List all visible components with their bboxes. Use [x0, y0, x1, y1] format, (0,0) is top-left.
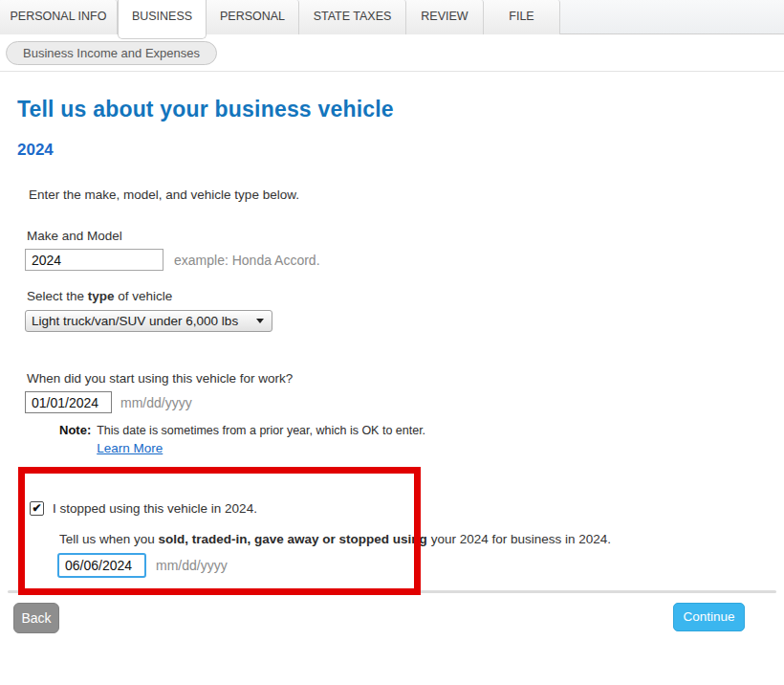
stopped-using-label: I stopped using this vehicle in 2024. — [53, 501, 257, 516]
footer-divider — [8, 590, 776, 593]
tab-personal-info[interactable]: PERSONAL INFO — [0, 0, 118, 34]
tax-year-heading: 2024 — [17, 141, 767, 160]
tab-business[interactable]: BUSINESS — [118, 0, 207, 39]
stopped-date-format-hint: mm/dd/yyyy — [156, 558, 228, 573]
main-content: Tell us about your business vehicle 2024… — [0, 97, 784, 633]
start-date-input[interactable] — [25, 391, 112, 413]
stopped-date-input[interactable] — [57, 553, 146, 578]
note-label: Note: — [59, 422, 91, 458]
intro-text: Enter the make, model, and vehicle type … — [29, 188, 767, 202]
header-divider — [0, 71, 784, 72]
sub-navigation: Business Income and Expenses — [0, 34, 784, 65]
tab-state-taxes[interactable]: STATE TAXES — [299, 0, 406, 34]
business-income-expenses-pill[interactable]: Business Income and Expenses — [6, 41, 217, 65]
make-model-label: Make and Model — [27, 229, 767, 243]
make-model-input[interactable] — [25, 249, 163, 271]
check-icon: ✔ — [32, 501, 41, 515]
start-date-label: When did you start using this vehicle fo… — [27, 371, 767, 386]
prompt-bold: sold, traded-in, gave away or stopped us… — [159, 532, 427, 546]
prompt-prefix: Tell us when you — [59, 532, 159, 546]
vehicle-type-label-prefix: Select the — [27, 289, 88, 303]
page-title: Tell us about your business vehicle — [17, 97, 767, 122]
tab-file[interactable]: FILE — [484, 0, 560, 34]
back-button[interactable]: Back — [13, 603, 59, 633]
stopped-using-checkbox[interactable]: ✔ — [30, 501, 44, 516]
note-text: This date is sometimes from a prior year… — [97, 422, 442, 458]
vehicle-type-label-bold: type — [88, 289, 115, 303]
note-body: This date is sometimes from a prior year… — [97, 424, 425, 437]
tab-personal[interactable]: PERSONAL — [207, 0, 299, 34]
vehicle-type-label: Select the type of vehicle — [27, 289, 767, 303]
make-model-example-hint: example: Honda Accord. — [174, 253, 320, 268]
stopped-date-prompt: Tell us when you sold, traded-in, gave a… — [59, 532, 767, 546]
date-note: Note: This date is sometimes from a prio… — [59, 422, 442, 458]
vehicle-type-select[interactable]: Light truck/van/SUV under 6,000 lbs — [25, 310, 272, 332]
top-tab-bar: PERSONAL INFO BUSINESS PERSONAL STATE TA… — [0, 0, 784, 34]
tab-review[interactable]: REVIEW — [406, 0, 484, 34]
learn-more-link[interactable]: Learn More — [97, 441, 163, 455]
vehicle-type-label-suffix: of vehicle — [115, 289, 173, 303]
prompt-suffix: your 2024 for business in 2024. — [427, 532, 611, 546]
start-date-format-hint: mm/dd/yyyy — [120, 395, 192, 410]
continue-button[interactable]: Continue — [673, 603, 745, 631]
